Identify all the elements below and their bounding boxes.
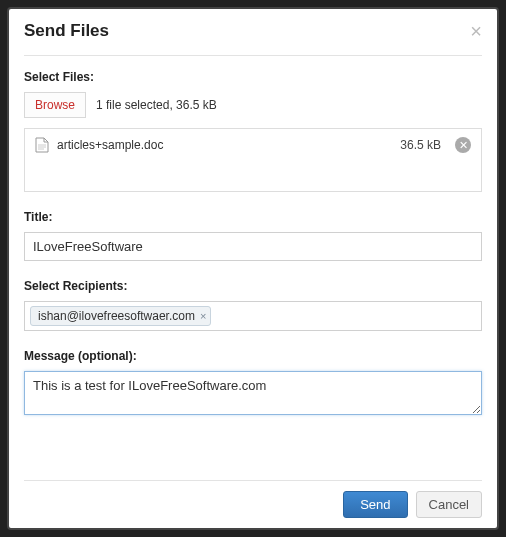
remove-recipient-icon[interactable]: ×	[200, 310, 206, 322]
browse-button[interactable]: Browse	[24, 92, 86, 118]
file-name: articles+sample.doc	[57, 138, 392, 152]
send-files-dialog: Send Files × Select Files: Browse 1 file…	[7, 7, 499, 530]
recipient-chip: ishan@ilovefreesoftwaer.com ×	[30, 306, 211, 326]
remove-file-icon[interactable]: ✕	[455, 137, 471, 153]
file-list: articles+sample.doc 36.5 kB ✕	[24, 128, 482, 192]
file-status-text: 1 file selected, 36.5 kB	[96, 98, 217, 112]
recipients-input[interactable]: ishan@ilovefreesoftwaer.com ×	[24, 301, 482, 331]
file-row: articles+sample.doc 36.5 kB ✕	[35, 137, 471, 153]
message-textarea[interactable]	[24, 371, 482, 415]
dialog-title: Send Files	[24, 21, 109, 41]
dialog-footer: Send Cancel	[24, 480, 482, 518]
file-size: 36.5 kB	[400, 138, 441, 152]
cancel-button[interactable]: Cancel	[416, 491, 482, 518]
title-field-label: Title:	[24, 210, 482, 224]
dialog-header: Send Files ×	[24, 21, 482, 41]
close-icon[interactable]: ×	[470, 21, 482, 41]
divider	[24, 55, 482, 56]
browse-row: Browse 1 file selected, 36.5 kB	[24, 92, 482, 118]
message-label: Message (optional):	[24, 349, 482, 363]
title-input[interactable]	[24, 232, 482, 261]
recipient-email: ishan@ilovefreesoftwaer.com	[38, 309, 195, 323]
send-button[interactable]: Send	[343, 491, 407, 518]
select-files-label: Select Files:	[24, 70, 482, 84]
document-icon	[35, 137, 49, 153]
recipients-label: Select Recipients:	[24, 279, 482, 293]
